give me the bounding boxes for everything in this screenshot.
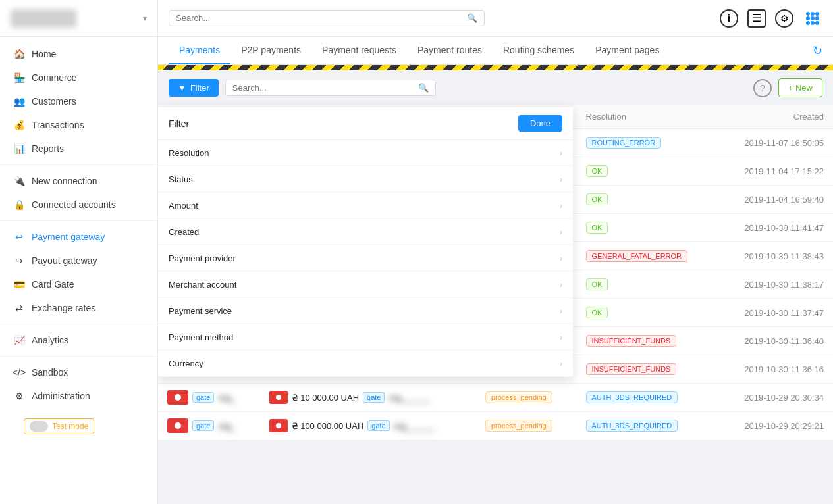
resolution-badge: OK [586,193,608,205]
filter-item-created[interactable]: Created › [158,219,573,245]
card-icon: 💳 [13,278,25,290]
tab-payments[interactable]: Payments [169,37,230,64]
sidebar-item-label: Home [32,49,56,59]
chevron-right-icon: › [560,254,562,263]
cell-created: 2019-11-04 17:15:22 [718,157,833,186]
sidebar-item-label: Analytics [32,335,68,345]
plug-icon: 🔌 [13,175,25,187]
resolution-badge: AUTH_3DS_REQUIRED [586,391,678,403]
test-mode-toggle[interactable] [30,421,48,432]
home-icon: 🏠 [13,48,25,60]
payout-icon: ↪ [13,255,25,266]
filter-search[interactable]: 🔍 [225,80,436,96]
sidebar-item-reports[interactable]: 📊 Reports [0,137,157,161]
amount-value: ₴ 100 000.00 UAH [292,421,364,431]
help-icon[interactable]: ? [753,79,772,97]
search-input[interactable] [176,13,463,23]
refresh-icon[interactable]: ↻ [813,43,822,58]
sidebar-item-exchange-rates[interactable]: ⇄ Exchange rates [0,296,157,320]
merchant-tag-amount: gate [367,420,389,431]
grid-icon[interactable] [803,9,822,28]
filter-item-merchant-account[interactable]: Merchant account › [158,272,573,298]
merchant-name-amount: org______ [394,421,435,431]
svg-point-4 [811,16,815,20]
sidebar-item-payout-gateway[interactable]: ↪ Payout gateway [0,249,157,272]
cell-created: 2019-10-30 11:38:43 [718,242,833,270]
analytics-icon: 📈 [13,334,25,346]
sidebar-item-customers[interactable]: 👥 Customers [0,89,157,113]
cell-resolution: OK [577,299,718,327]
card-image-small [269,419,288,432]
exchange-icon: ⇄ [13,302,25,314]
resolution-badge: INSUFFICIENT_FUNDS [586,363,677,375]
filter-item-resolution[interactable]: Resolution › [158,140,573,166]
col-created: Created [718,105,833,129]
cell-created: 2019-10-29 20:29:21 [718,412,833,440]
settings-icon[interactable]: ⚙ [775,9,793,28]
tab-payment-routes[interactable]: Payment routes [407,37,493,64]
sidebar-item-analytics[interactable]: 📈 Analytics [0,328,157,352]
sidebar-item-connected-accounts[interactable]: 🔒 Connected accounts [0,193,157,216]
card-image-small [269,391,288,404]
filter-item-payment-provider[interactable]: Payment provider › [158,245,573,272]
filter-status-label: Status [169,174,193,184]
sidebar-item-card-gate[interactable]: 💳 Card Gate [0,272,157,296]
cell-created: 2019-10-30 11:37:47 [718,299,833,327]
info-icon[interactable]: i [720,9,738,28]
cell-created: 2019-10-30 11:36:16 [718,355,833,384]
filter-done-button[interactable]: Done [518,115,562,132]
tab-p2p-payments[interactable]: P2P payments [230,37,311,64]
resolution-badge: AUTH_3DS_REQUIRED [586,420,678,432]
nav-divider-4 [0,356,157,357]
sidebar-item-payment-gateway[interactable]: ↩ Payment gateway [0,225,157,249]
sidebar-item-transactions[interactable]: 💰 Transactions [0,113,157,137]
tab-payment-pages[interactable]: Payment pages [585,37,670,64]
amount-value: ₴ 10 000.00 UAH [292,393,360,403]
filter-item-payment-method[interactable]: Payment method › [158,324,573,351]
filter-currency-label: Currency [169,359,203,368]
table-row[interactable]: gate org_ ₴ 100 000.00 UAH gateorg______… [158,412,833,440]
cell-resolution: AUTH_3DS_REQUIRED [577,384,718,412]
sidebar-item-administration[interactable]: ⚙ Administration [0,384,157,408]
card-info: gate org_ [167,418,251,433]
filter-item-status[interactable]: Status › [158,166,573,193]
new-button[interactable]: + New [778,78,822,97]
tab-routing-schemes[interactable]: Routing schemes [493,37,585,64]
sidebar: ▾ 🏠 Home 🏪 Commerce 👥 Customers 💰 Transa… [0,0,158,504]
list-icon[interactable]: ☰ [747,9,766,28]
svg-point-5 [815,16,819,20]
merchant-name-amount: org______ [389,393,429,403]
sidebar-item-sandbox[interactable]: </> Sandbox [0,361,157,384]
cell-card: gate org_ [158,412,260,440]
main-content: 🔍 i ☰ ⚙ Payments [158,0,833,504]
sidebar-item-home[interactable]: 🏠 Home [0,42,157,66]
cell-created: 2019-10-30 11:38:17 [718,270,833,299]
test-mode-badge[interactable]: Test mode [24,418,94,434]
filter-resolution-label: Resolution [169,148,209,158]
sidebar-item-new-connection[interactable]: 🔌 New connection [0,169,157,193]
table-row[interactable]: gate org_ ₴ 10 000.00 UAH gateorg______ … [158,384,833,412]
cell-status: process_pending [476,412,577,440]
sidebar-item-label: Card Gate [32,279,74,290]
filter-item-payment-service[interactable]: Payment service › [158,298,573,324]
cell-resolution: ROUTING_ERROR [577,129,718,157]
cell-resolution: INSUFFICIENT_FUNDS [577,355,718,384]
global-search[interactable]: 🔍 [169,10,485,26]
filter-button[interactable]: ▼ Filter [169,79,219,97]
tab-payment-requests[interactable]: Payment requests [311,37,407,64]
cell-status: process_pending [476,384,577,412]
cell-resolution: GENERAL_FATAL_ERROR [577,242,718,270]
filter-search-input[interactable] [232,83,414,93]
filter-item-currency[interactable]: Currency › [158,351,573,377]
filter-item-amount[interactable]: Amount › [158,193,573,219]
sidebar-item-label: Transactions [32,120,84,130]
sidebar-logo: ▾ [0,0,157,37]
chevron-right-icon: › [560,228,562,237]
chevron-down-icon[interactable]: ▾ [143,14,147,23]
sidebar-item-label: Exchange rates [32,303,95,313]
merchant-tag: gate [192,392,214,403]
svg-point-0 [806,12,810,16]
gateway-icon: ↩ [13,231,25,243]
sidebar-item-commerce[interactable]: 🏪 Commerce [0,66,157,89]
filter-panel: Filter Done Resolution › Status › Amount… [158,107,573,377]
